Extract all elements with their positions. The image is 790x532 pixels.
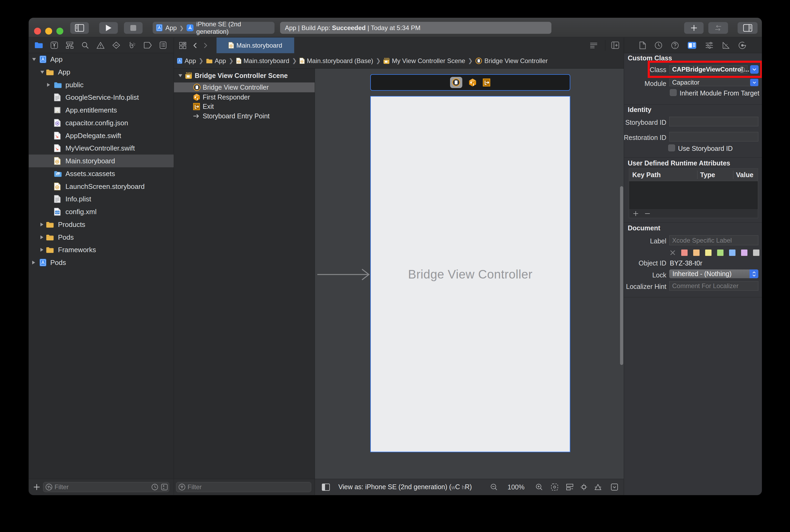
navigator-row[interactable]: Products bbox=[29, 218, 174, 231]
no-color-icon[interactable] bbox=[670, 250, 676, 255]
breadcrumb-item[interactable]: Main.storyboard bbox=[236, 57, 289, 65]
navigator-row[interactable]: LaunchScreen.storyboard bbox=[29, 180, 174, 193]
disclosure-triangle-icon[interactable] bbox=[47, 83, 50, 87]
navigator-row[interactable]: Pods bbox=[29, 256, 174, 269]
test-navigator-icon[interactable] bbox=[112, 41, 120, 49]
run-button[interactable] bbox=[99, 22, 118, 34]
disclosure-triangle-icon[interactable] bbox=[40, 71, 44, 74]
color-swatch[interactable] bbox=[717, 249, 724, 256]
library-add-button[interactable] bbox=[684, 22, 704, 34]
restoration-id-field[interactable] bbox=[669, 132, 758, 141]
outline-scene-row[interactable]: Bridge View Controller Scene bbox=[174, 71, 315, 81]
update-frames-icon[interactable] bbox=[566, 483, 574, 491]
disclosure-triangle-icon[interactable] bbox=[40, 235, 43, 239]
lock-popup[interactable]: Inherited - (Nothing) bbox=[669, 269, 758, 278]
related-items-icon[interactable] bbox=[179, 42, 187, 49]
storyboard-entry-point-arrow[interactable] bbox=[317, 269, 370, 280]
help-inspector-icon[interactable] bbox=[671, 41, 679, 49]
outline-row[interactable]: Exit bbox=[174, 101, 315, 111]
outline-row[interactable]: First Responder bbox=[174, 92, 315, 102]
breadcrumb-item[interactable]: Bridge View Controller bbox=[475, 57, 548, 65]
view-as-label[interactable]: View as: iPhone SE (2nd generation) (wC … bbox=[338, 483, 472, 491]
issue-navigator-icon[interactable] bbox=[97, 42, 104, 49]
connections-inspector-icon[interactable] bbox=[738, 41, 746, 49]
inherit-module-checkbox[interactable] bbox=[670, 89, 677, 96]
minimize-window-button[interactable] bbox=[45, 28, 52, 35]
report-navigator-icon[interactable] bbox=[160, 41, 167, 49]
navigator-filter-field[interactable]: Filter bbox=[43, 482, 169, 492]
breadcrumb-item[interactable]: My View Controller Scene bbox=[383, 57, 465, 65]
navigator-row[interactable]: public bbox=[29, 78, 174, 91]
toggle-inspector-button[interactable] bbox=[738, 22, 757, 34]
editor-options-button[interactable] bbox=[708, 22, 728, 34]
disclosure-triangle-icon[interactable] bbox=[178, 74, 182, 77]
navigator-row[interactable]: GoogleService-Info.plist bbox=[29, 91, 174, 104]
navigate-forward-icon[interactable] bbox=[204, 42, 208, 49]
debug-navigator-icon[interactable] bbox=[128, 41, 136, 49]
color-swatch[interactable] bbox=[741, 249, 748, 256]
navigator-row[interactable]: config.xml bbox=[29, 205, 174, 218]
breadcrumb-item[interactable]: Main.storyboard (Base) bbox=[300, 57, 373, 65]
canvas-vertical-scrollbar[interactable] bbox=[620, 186, 623, 365]
module-field[interactable]: Capacitor bbox=[669, 79, 758, 86]
navigator-row[interactable]: Assets.xcassets bbox=[29, 167, 174, 180]
module-dropdown-button[interactable] bbox=[750, 79, 758, 86]
color-swatch[interactable] bbox=[681, 249, 688, 256]
identity-inspector-icon[interactable] bbox=[688, 42, 696, 49]
navigator-row[interactable]: MyViewController.swift bbox=[29, 142, 174, 155]
navigate-back-icon[interactable] bbox=[193, 42, 197, 49]
navigator-row[interactable]: capacitor.config.json bbox=[29, 116, 174, 129]
use-storyboard-id-checkbox[interactable] bbox=[668, 145, 675, 151]
history-inspector-icon[interactable] bbox=[655, 41, 662, 49]
resolve-auto-layout-icon[interactable] bbox=[594, 483, 602, 491]
zoom-to-fit-icon[interactable] bbox=[551, 483, 558, 491]
align-icon[interactable] bbox=[580, 483, 587, 491]
navigator-row[interactable]: Pods bbox=[29, 231, 174, 244]
navigator-row[interactable]: Main.storyboard bbox=[29, 155, 174, 167]
dock-first-responder-icon[interactable] bbox=[469, 78, 476, 87]
disclosure-triangle-icon[interactable] bbox=[32, 58, 36, 61]
source-control-status-icon[interactable] bbox=[161, 483, 168, 491]
outline-filter-field[interactable]: Filter bbox=[176, 482, 311, 492]
navigator-row[interactable]: App.entitlements bbox=[29, 104, 174, 116]
symbol-navigator-icon[interactable] bbox=[66, 41, 74, 49]
disclosure-triangle-icon[interactable] bbox=[40, 223, 43, 226]
dock-exit-icon[interactable] bbox=[483, 78, 490, 87]
navigator-row[interactable]: Frameworks bbox=[29, 243, 174, 256]
size-inspector-icon[interactable] bbox=[722, 41, 730, 49]
zoom-level-label[interactable]: 100% bbox=[507, 483, 524, 491]
udra-table-body[interactable] bbox=[629, 181, 758, 209]
localizer-hint-field[interactable]: Comment For Localizer bbox=[669, 281, 758, 291]
code-review-icon[interactable] bbox=[590, 42, 598, 49]
find-navigator-icon[interactable] bbox=[81, 41, 89, 49]
zoom-out-icon[interactable] bbox=[490, 483, 498, 491]
navigator-row[interactable]: App bbox=[29, 66, 174, 78]
doc-label-field[interactable]: Xcode Specific Label bbox=[669, 235, 758, 245]
disclosure-triangle-icon[interactable] bbox=[32, 261, 35, 264]
zoom-window-button[interactable] bbox=[56, 28, 63, 35]
zoom-in-icon[interactable] bbox=[536, 483, 543, 491]
color-swatch[interactable] bbox=[753, 249, 759, 256]
navigator-row[interactable]: AppDelegate.swift bbox=[29, 129, 174, 142]
project-navigator-icon[interactable] bbox=[35, 42, 43, 49]
storyboard-id-field[interactable] bbox=[669, 117, 758, 126]
toggle-navigator-button[interactable] bbox=[70, 22, 89, 34]
hide-document-outline-icon[interactable] bbox=[322, 483, 330, 491]
add-file-icon[interactable] bbox=[33, 483, 40, 491]
breakpoint-navigator-icon[interactable] bbox=[143, 42, 152, 49]
stop-button[interactable] bbox=[124, 22, 142, 34]
dock-view-controller-icon[interactable] bbox=[450, 77, 462, 88]
source-control-icon[interactable] bbox=[51, 41, 58, 49]
add-editor-icon[interactable] bbox=[611, 41, 619, 49]
navigator-row[interactable]: Info.plist bbox=[29, 193, 174, 205]
view-controller-view[interactable]: Bridge View Controller bbox=[370, 96, 570, 452]
tab-main-storyboard[interactable]: Main.storyboard bbox=[216, 38, 294, 53]
breadcrumb-item[interactable]: App bbox=[206, 57, 226, 65]
breadcrumb-item[interactable]: App bbox=[177, 57, 196, 65]
color-swatch[interactable] bbox=[705, 249, 712, 256]
file-inspector-icon[interactable] bbox=[639, 41, 646, 49]
embed-in-icon[interactable] bbox=[611, 483, 618, 491]
disclosure-triangle-icon[interactable] bbox=[40, 248, 43, 252]
udra-remove-icon[interactable] bbox=[644, 211, 650, 216]
recent-files-icon[interactable] bbox=[151, 483, 158, 491]
